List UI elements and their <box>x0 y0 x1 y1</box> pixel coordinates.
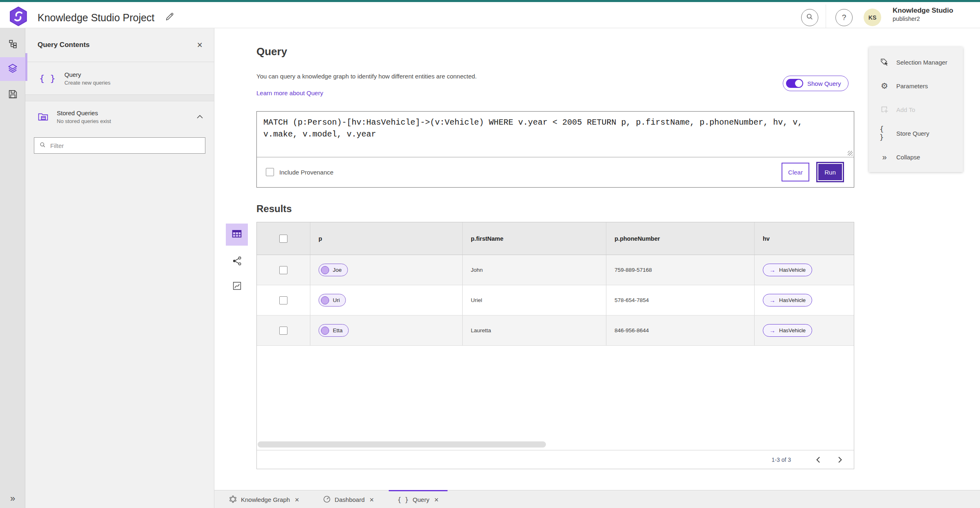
braces-icon: { } <box>39 73 56 83</box>
show-query-toggle[interactable]: Show Query <box>783 76 849 91</box>
query-editor-box: MATCH (p:Person)-[hv:HasVehicle]->(v:Veh… <box>256 111 854 188</box>
resize-handle[interactable] <box>848 151 853 156</box>
run-button[interactable]: Run <box>817 163 843 181</box>
panel-item-query[interactable]: { } Query Create new queries <box>25 62 214 95</box>
row-checkbox[interactable] <box>279 296 287 304</box>
knowledge-graph-icon <box>229 495 237 504</box>
column-header-phonenumber[interactable]: p.phoneNumber <box>615 235 660 242</box>
filter-input[interactable] <box>50 142 200 149</box>
column-header-hv[interactable]: hv <box>763 235 770 242</box>
close-icon: × <box>370 496 374 504</box>
relationship-pill[interactable]: → HasVehicle <box>763 264 812 276</box>
search-icon <box>806 13 814 22</box>
close-tab-button[interactable]: × <box>370 496 374 504</box>
arrow-right-icon: → <box>769 327 775 334</box>
column-header-p[interactable]: p <box>318 235 322 242</box>
store-query-button[interactable]: { } Store Query <box>869 121 963 145</box>
page-title: Query <box>256 45 287 58</box>
page-description: You can query a knowledge graph to ident… <box>256 73 477 80</box>
row-checkbox[interactable] <box>279 327 287 335</box>
action-label: Selection Manager <box>896 59 947 66</box>
table-view-button-active[interactable] <box>226 224 248 246</box>
query-footer: Include Provenance Clear Run <box>257 157 854 187</box>
select-all-checkbox[interactable] <box>279 235 287 243</box>
cell-firstname: John <box>471 267 483 273</box>
horizontal-scrollbar-thumb[interactable] <box>258 441 546 448</box>
node-pill[interactable]: Uri <box>318 294 346 307</box>
cell-phonenumber: 578-654-7854 <box>615 297 649 303</box>
bottom-tab-bar: Knowledge Graph × Dashboard × { } Query … <box>214 490 980 508</box>
close-icon: × <box>295 496 299 504</box>
query-actions-panel: Selection Manager ⚙ Parameters Add To { … <box>869 47 963 172</box>
dashboard-gauge-icon <box>323 495 331 504</box>
relationship-pill[interactable]: → HasVehicle <box>763 324 812 337</box>
sidebar-item-save[interactable] <box>0 83 25 107</box>
account-username: publisher2 <box>893 16 953 22</box>
avatar[interactable]: KS <box>864 9 881 26</box>
collapse-chevrons-icon: » <box>880 152 889 162</box>
results-view-toolbar <box>226 224 248 246</box>
table-row[interactable]: Etta Lauretta 846-956-8644 → HasVehicle <box>257 316 854 346</box>
main-area: Query You can query a knowledge graph to… <box>214 28 980 490</box>
relationship-pill[interactable]: → HasVehicle <box>763 294 812 307</box>
row-checkbox[interactable] <box>279 266 287 274</box>
chart-view-button[interactable] <box>226 281 248 293</box>
filter-search-icon <box>39 141 46 150</box>
help-button[interactable]: ? <box>835 9 853 26</box>
table-row[interactable]: Joe John 759-889-57168 → HasVehicle <box>257 255 854 285</box>
relationship-label: HasVehicle <box>779 327 806 333</box>
collapse-section-button[interactable] <box>196 113 203 121</box>
sidebar-item-hierarchy[interactable] <box>0 33 25 56</box>
account-info[interactable]: Knowledge Studio publisher2 <box>893 7 953 23</box>
query-text: MATCH (p:Person)-[hv:HasVehicle]->(v:Veh… <box>263 116 817 140</box>
close-panel-button[interactable]: × <box>197 40 203 50</box>
query-textarea[interactable]: MATCH (p:Person)-[hv:HasVehicle]->(v:Veh… <box>257 112 854 157</box>
graph-view-button[interactable] <box>226 255 248 268</box>
node-pill[interactable]: Etta <box>318 324 349 337</box>
run-button-label: Run <box>824 169 836 176</box>
network-share-icon <box>232 255 243 268</box>
column-header-firstname[interactable]: p.firstName <box>471 235 503 242</box>
parameters-gear-icon: ⚙ <box>880 81 889 91</box>
pagination-range: 1-3 of 3 <box>772 457 791 463</box>
query-braces-icon: { } <box>398 496 409 504</box>
results-table: p p.firstName p.phoneNumber hv Joe John … <box>256 222 854 469</box>
relationship-label: HasVehicle <box>779 297 806 303</box>
table-row[interactable]: Uri Uriel 578-654-7854 → HasVehicle <box>257 285 854 316</box>
tab-dashboard[interactable]: Dashboard × <box>314 490 383 508</box>
action-label: Parameters <box>896 83 928 90</box>
tab-query-active[interactable]: { } Query × <box>389 490 448 508</box>
edit-title-button[interactable] <box>163 11 176 24</box>
close-tab-button[interactable]: × <box>295 496 299 504</box>
include-provenance-checkbox[interactable] <box>266 168 274 176</box>
include-provenance-label: Include Provenance <box>279 169 334 176</box>
previous-page-button[interactable] <box>810 452 826 468</box>
action-label: Collapse <box>896 154 920 161</box>
chevron-left-icon <box>815 456 821 463</box>
selection-manager-icon <box>880 58 889 67</box>
hierarchy-icon <box>8 39 18 51</box>
next-page-button[interactable] <box>832 452 848 468</box>
app-logo-icon[interactable] <box>9 7 28 28</box>
node-pill[interactable]: Joe <box>318 264 348 276</box>
help-icon: ? <box>842 13 846 22</box>
chevron-up-icon <box>196 114 203 119</box>
learn-more-link[interactable]: Learn more about Query <box>256 90 323 96</box>
sidebar-item-layers-active[interactable] <box>0 57 25 81</box>
node-label: Etta <box>333 327 343 333</box>
stored-queries-title: Stored Queries <box>57 110 188 116</box>
clear-button[interactable]: Clear <box>782 163 809 181</box>
panel-item-stored-queries[interactable]: Stored Queries No stored queries exist <box>25 101 214 132</box>
close-icon: × <box>197 40 203 50</box>
toggle-switch-on[interactable] <box>786 79 803 88</box>
selection-manager-button[interactable]: Selection Manager <box>869 50 963 74</box>
table-icon <box>232 228 242 241</box>
close-tab-button[interactable]: × <box>434 496 439 504</box>
expand-rail-button[interactable]: » <box>0 493 25 504</box>
global-search-button[interactable] <box>801 9 818 26</box>
collapse-panel-button[interactable]: » Collapse <box>869 145 963 169</box>
parameters-button[interactable]: ⚙ Parameters <box>869 74 963 98</box>
tab-label: Query <box>413 496 430 503</box>
header-divider <box>826 4 826 28</box>
tab-knowledge-graph[interactable]: Knowledge Graph × <box>220 490 308 508</box>
